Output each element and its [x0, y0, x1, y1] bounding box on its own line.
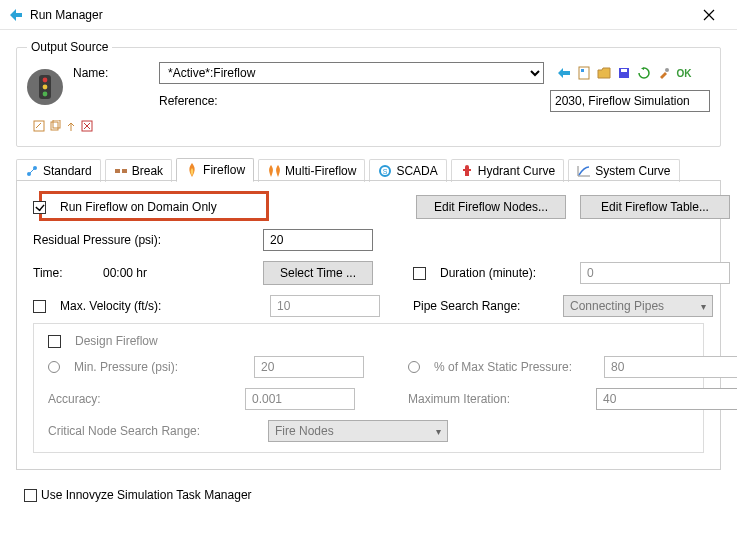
svg-rect-16	[122, 169, 127, 173]
max-velocity-checkbox[interactable]	[33, 300, 46, 313]
tab-multi-fireflow-label: Multi-Fireflow	[285, 164, 356, 178]
name-label: Name:	[73, 66, 153, 80]
reference-input[interactable]	[550, 90, 710, 112]
system-curve-icon	[577, 164, 591, 178]
svg-rect-10	[51, 122, 58, 130]
name-toolbar: OK	[550, 65, 710, 81]
max-iter-input	[597, 389, 737, 409]
edit-ref-icon[interactable]	[33, 118, 45, 134]
max-iter-label: Maximum Iteration:	[408, 392, 586, 406]
crit-node-range-combo[interactable]: Fire Nodes ▾	[268, 420, 448, 442]
duration-checkbox[interactable]	[413, 267, 426, 280]
tab-break-label: Break	[132, 164, 163, 178]
design-fireflow-checkbox[interactable]	[48, 335, 61, 348]
tab-strip: Standard Break Fireflow Multi-Fireflow S…	[16, 157, 721, 181]
window-title: Run Manager	[30, 8, 689, 22]
residual-pressure-label: Residual Pressure (psi):	[33, 233, 253, 247]
pipe-search-range-label: Pipe Search Range:	[413, 299, 553, 313]
tab-system-curve[interactable]: System Curve	[568, 159, 679, 182]
min-pressure-input	[254, 356, 364, 378]
select-time-button[interactable]: Select Time ...	[263, 261, 373, 285]
svg-rect-9	[34, 121, 44, 131]
tab-standard-label: Standard	[43, 164, 92, 178]
min-pressure-radio[interactable]	[48, 361, 60, 373]
chevron-down-icon: ▾	[701, 301, 706, 312]
crit-node-range-label: Critical Node Search Range:	[48, 424, 235, 438]
name-select[interactable]: *Active*:Fireflow	[159, 62, 544, 84]
hydrant-curve-icon	[460, 164, 474, 178]
reference-label: Reference:	[159, 94, 544, 108]
tab-scada[interactable]: S SCADA	[369, 159, 446, 182]
save-icon[interactable]	[616, 65, 632, 81]
pct-max-static-label: % of Max Static Pressure:	[434, 360, 594, 374]
tab-system-curve-label: System Curve	[595, 164, 670, 178]
crit-node-range-value: Fire Nodes	[275, 424, 334, 438]
traffic-light-icon	[27, 69, 63, 105]
copy-ref-icon[interactable]	[49, 118, 61, 134]
pipe-search-range-combo[interactable]: Connecting Pipes ▾	[563, 295, 713, 317]
pct-max-static-radio[interactable]	[408, 361, 420, 373]
max-velocity-label: Max. Velocity (ft/s):	[60, 299, 260, 313]
use-task-manager-label: Use Innovyze Simulation Task Manager	[41, 488, 252, 502]
tools-icon[interactable]	[656, 65, 672, 81]
output-source-group: Output Source Name: *Active*:Fireflow	[16, 40, 721, 147]
break-icon	[114, 164, 128, 178]
svg-rect-5	[581, 69, 584, 72]
residual-pressure-input[interactable]	[263, 229, 373, 251]
tab-hydrant-curve-label: Hydrant Curve	[478, 164, 555, 178]
svg-point-2	[43, 85, 48, 90]
edit-fireflow-nodes-button[interactable]: Edit Fireflow Nodes...	[416, 195, 566, 219]
svg-point-21	[465, 165, 469, 169]
svg-rect-7	[621, 69, 627, 72]
svg-point-8	[665, 68, 669, 72]
tab-fireflow[interactable]: Fireflow	[176, 158, 254, 182]
multi-fireflow-icon	[267, 164, 281, 178]
standard-icon	[25, 164, 39, 178]
fireflow-icon	[185, 163, 199, 177]
run-icon[interactable]	[556, 65, 572, 81]
edit-fireflow-table-button[interactable]: Edit Fireflow Table...	[580, 195, 730, 219]
output-source-legend: Output Source	[27, 40, 112, 54]
titlebar: Run Manager	[0, 0, 737, 30]
svg-point-1	[43, 78, 48, 83]
run-domain-only-label: Run Fireflow on Domain Only	[60, 200, 217, 214]
delete-ref-icon[interactable]	[81, 118, 93, 134]
content-area: Output Source Name: *Active*:Fireflow	[0, 30, 737, 510]
pct-max-static-input	[604, 356, 737, 378]
svg-rect-4	[579, 67, 589, 79]
tab-break[interactable]: Break	[105, 159, 172, 182]
chevron-down-icon: ▾	[436, 426, 441, 437]
design-fireflow-group: Design Fireflow Min. Pressure (psi): % o…	[33, 323, 704, 453]
min-pressure-label: Min. Pressure (psi):	[74, 360, 244, 374]
svg-text:S: S	[383, 168, 388, 175]
design-fireflow-label: Design Fireflow	[75, 334, 158, 348]
use-task-manager-checkbox[interactable]	[24, 489, 37, 502]
time-label: Time:	[33, 266, 93, 280]
tab-multi-fireflow[interactable]: Multi-Fireflow	[258, 159, 365, 182]
svg-rect-20	[463, 169, 471, 171]
footer-row: Use Innovyze Simulation Task Manager	[24, 488, 721, 502]
max-iter-spinner[interactable]: ▲▼	[596, 388, 737, 410]
duration-input	[580, 262, 730, 284]
duration-label: Duration (minute):	[440, 266, 570, 280]
reference-toolbar	[27, 118, 67, 134]
tab-hydrant-curve[interactable]: Hydrant Curve	[451, 159, 564, 182]
time-value: 00:00 hr	[103, 266, 253, 280]
svg-point-3	[43, 92, 48, 97]
export-ref-icon[interactable]	[65, 118, 77, 134]
accuracy-input	[245, 388, 355, 410]
refresh-icon[interactable]	[636, 65, 652, 81]
close-button[interactable]	[689, 1, 729, 29]
max-velocity-input	[270, 295, 380, 317]
svg-rect-11	[53, 120, 60, 128]
open-folder-icon[interactable]	[596, 65, 612, 81]
run-domain-only-checkbox[interactable]	[33, 201, 46, 214]
fireflow-panel: Run Fireflow on Domain Only Edit Fireflo…	[16, 180, 721, 470]
app-icon	[8, 7, 24, 23]
pipe-search-range-value: Connecting Pipes	[570, 299, 664, 313]
report-icon[interactable]	[576, 65, 592, 81]
status-ok: OK	[676, 65, 692, 81]
accuracy-label: Accuracy:	[48, 392, 235, 406]
tab-standard[interactable]: Standard	[16, 159, 101, 182]
tab-scada-label: SCADA	[396, 164, 437, 178]
